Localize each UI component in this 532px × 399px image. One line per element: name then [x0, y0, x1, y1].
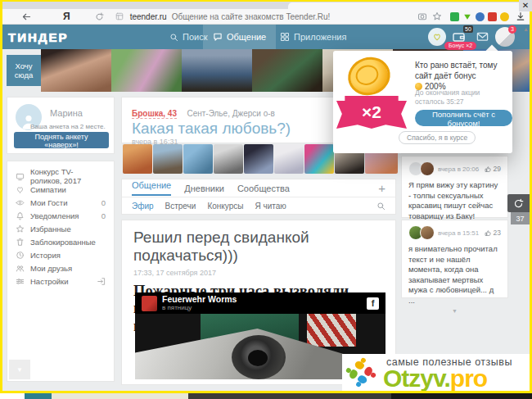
sidebar-item-contest[interactable]: Конкурс TV-роликов, 2017 — [7, 170, 114, 183]
subtab-meetings[interactable]: Встречи — [165, 202, 196, 211]
bonus-pill[interactable]: Бонус ×2 — [444, 42, 476, 50]
bonus-ribbon: ×2 — [336, 96, 407, 129]
commenter-avatar[interactable] — [420, 225, 435, 240]
download-icon[interactable] — [516, 11, 525, 21]
url-host[interactable]: teender.ru — [130, 12, 167, 21]
tab-communities[interactable]: Сообщества — [237, 184, 290, 193]
dismiss-promo-button[interactable]: Спасибо, я в курсе — [399, 131, 476, 144]
post-author-location: Сент-Элье, Джерси о-в — [187, 109, 274, 118]
comment-likes[interactable]: 29 — [485, 165, 501, 173]
comment-time: вчера в 20:06 — [438, 165, 479, 173]
nav-chat-label: Общение — [227, 32, 266, 42]
browser-toolbar: Я teender.ru Общение на сайте знакомств … — [0, 9, 532, 25]
sidebar-item-label: Мои Гости — [30, 198, 67, 207]
participant-avatar[interactable] — [123, 144, 152, 174]
profile-photo[interactable] — [111, 49, 182, 92]
want-here-box[interactable]: Хочу сюда — [7, 55, 41, 86]
apps-icon — [280, 32, 290, 42]
feed-search-icon[interactable] — [376, 202, 385, 211]
participant-avatar[interactable] — [214, 144, 243, 174]
sidebar-item-guests[interactable]: Мои Гости0 — [7, 196, 114, 209]
subtab-contests[interactable]: Конкурсы — [207, 202, 243, 211]
post-author-link[interactable]: Брошка, 43 — [132, 109, 177, 119]
nav-chat[interactable]: Общение — [203, 25, 276, 49]
heart-badge-icon — [432, 32, 442, 42]
raise-profile-button[interactable]: Поднять анкету «наверх»! — [14, 132, 109, 148]
chat-icon — [213, 32, 223, 42]
participant-avatar[interactable] — [153, 144, 183, 174]
search-icon — [169, 33, 178, 42]
promo-text: Кто рано встаёт, тому сайт даёт бонус — [415, 61, 497, 80]
sidebar-collapse-button[interactable]: ▼ — [9, 360, 30, 379]
frame-border-bottom — [0, 391, 532, 393]
participant-avatar[interactable] — [244, 144, 273, 174]
vip-heart-button[interactable] — [428, 28, 446, 46]
profile-name[interactable]: Марина — [50, 108, 83, 118]
promo-timer-value: осталось 35:27 — [415, 97, 464, 106]
comment-card[interactable]: вчера в 20:06 29 Я прям вижу эту картину… — [401, 156, 508, 218]
bookmark-star-icon[interactable] — [432, 11, 442, 21]
sidebar-item-friends[interactable]: Мои друзья — [7, 261, 114, 274]
coin-icon — [343, 52, 395, 101]
video-channel-avatar[interactable] — [142, 296, 157, 311]
screenshot-icon[interactable] — [417, 11, 427, 21]
comment-card[interactable]: вчера в 15:51 23 я внимательно прочитал … — [401, 220, 508, 298]
sidebar-item-count: 0 — [101, 211, 106, 220]
extension-icon-red[interactable] — [488, 12, 497, 21]
commenter-avatar[interactable] — [420, 161, 435, 176]
participant-avatar[interactable] — [304, 144, 334, 174]
comment-likes[interactable]: 23 — [485, 229, 501, 237]
participant-avatar[interactable] — [274, 144, 304, 174]
refresh-icon[interactable] — [95, 12, 104, 21]
sidebar-item-history[interactable]: История — [7, 248, 114, 261]
topup-bonus-button[interactable]: Пополнить счёт с бонусом! — [415, 110, 512, 126]
feed-post-title[interactable]: Решил перед свиданкой подкачаться))) — [133, 229, 384, 265]
subtab-feed[interactable]: Эфир — [132, 202, 154, 211]
add-tab-button[interactable]: + — [378, 182, 385, 194]
otzyv-logo — [347, 357, 378, 388]
thumb-up-icon — [485, 229, 492, 237]
wallet-count-badge: 50 — [463, 25, 473, 33]
section-tabs-card: Общение Дневники Сообщества + Эфир Встре… — [121, 179, 396, 215]
profile-photo[interactable] — [182, 49, 252, 92]
yandex-logo[interactable]: Я — [63, 11, 70, 22]
scroll-up-icon[interactable]: ▲ — [523, 26, 529, 32]
tab-communication[interactable]: Общение — [132, 180, 171, 196]
eye-icon — [16, 198, 25, 207]
watermark-brand[interactable]: Otzyv.pro — [383, 366, 487, 391]
back-icon[interactable] — [21, 11, 32, 22]
profile-card: Марина Ваша анкета на 2 месте. Поднять а… — [7, 97, 115, 154]
mail-icon[interactable] — [475, 30, 490, 43]
comment-text: Я прям вижу эту картину - толпы сексуаль… — [408, 180, 501, 221]
bottom-strip-segment — [188, 393, 391, 399]
video-weight-hole — [248, 350, 268, 366]
profile-photo[interactable] — [41, 49, 111, 92]
extension-icon-yellow[interactable] — [500, 12, 509, 21]
close-icon[interactable]: ✕ — [519, 0, 532, 11]
subtab-reading[interactable]: Я читаю — [255, 202, 286, 211]
sidebar-item-notifications[interactable]: Уведомления0 — [7, 209, 114, 222]
tab-diaries[interactable]: Дневники — [184, 184, 224, 193]
extension-icon-blue[interactable] — [476, 12, 485, 21]
nav-apps[interactable]: Приложения — [270, 25, 356, 49]
bell-icon — [16, 211, 25, 220]
profile-photo[interactable] — [252, 49, 322, 92]
sidebar-item-favorites[interactable]: Избранные — [7, 222, 114, 235]
video-channel-name[interactable]: Feuerwehr Worms — [162, 295, 237, 305]
site-icon — [115, 12, 124, 20]
site-header: ТИНДЕР Поиск Общение Приложения 50 Бонус… — [0, 25, 532, 49]
comment-expand-icon[interactable]: ▼ — [408, 308, 501, 314]
sidebar-item-blocked[interactable]: Заблокированные — [7, 235, 114, 248]
browser-window: ✕ Я teender.ru Общение на сайте знакомст… — [0, 0, 532, 399]
logout-icon[interactable] — [97, 277, 106, 286]
extension-icon-green[interactable] — [450, 12, 459, 21]
sidebar-item-settings[interactable]: Настройки — [7, 274, 114, 288]
updates-refresh-button[interactable] — [507, 194, 530, 212]
facebook-icon[interactable]: f — [367, 297, 379, 310]
sidebar-item-label: Симпатии — [30, 185, 66, 194]
comment-text: я внимательно прочитал текст и не нашёл … — [408, 244, 501, 306]
site-logo[interactable]: ТИНДЕР — [8, 30, 68, 44]
participant-avatar[interactable] — [183, 144, 213, 174]
sidebar-item-label: История — [30, 251, 61, 260]
extension-download-arrow-icon[interactable] — [462, 11, 472, 21]
